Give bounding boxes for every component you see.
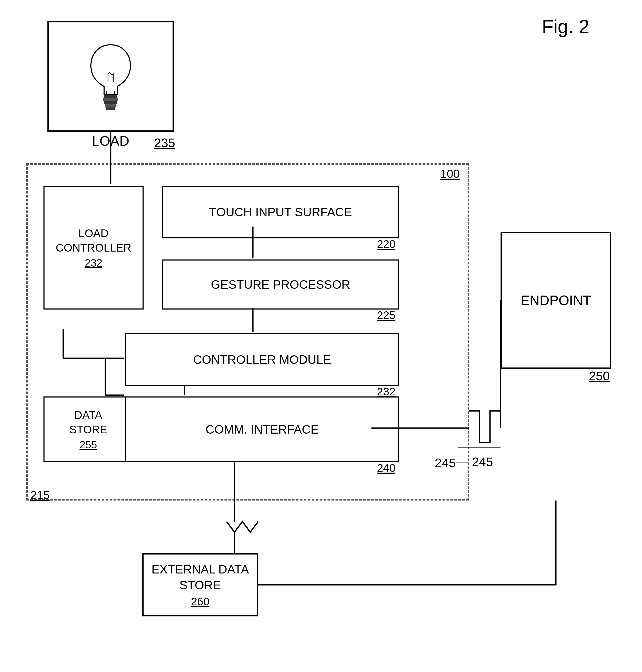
comm-interface-number: 240 bbox=[377, 462, 395, 475]
main-box-label: 215 bbox=[30, 489, 50, 502]
controller-module-number: 232 bbox=[377, 385, 395, 398]
svg-rect-2 bbox=[104, 95, 117, 98]
endpoint-label: ENDPOINT bbox=[521, 293, 591, 308]
gesture-processor-label: GESTURE PROCESSOR bbox=[211, 277, 350, 292]
connection-245-label: 245 bbox=[435, 456, 456, 470]
main-system-box: 100 215 LOADCONTROLLER 232 TOUCH INPUT S… bbox=[26, 163, 469, 501]
gesture-processor-box: GESTURE PROCESSOR 225 bbox=[162, 259, 399, 310]
svg-rect-6 bbox=[106, 107, 115, 110]
gesture-processor-number: 225 bbox=[377, 309, 395, 322]
svg-rect-3 bbox=[103, 98, 118, 101]
figure-label: Fig. 2 bbox=[542, 16, 589, 37]
load-controller-box: LOADCONTROLLER 232 bbox=[43, 186, 144, 310]
touch-input-label: TOUCH INPUT SURFACE bbox=[209, 205, 352, 219]
controller-module-label: CONTROLLER MODULE bbox=[193, 352, 331, 367]
endpoint-number: 250 bbox=[589, 369, 610, 383]
lightbulb-icon bbox=[84, 39, 137, 113]
comm-interface-box: COMM. INTERFACE 240 bbox=[125, 397, 399, 462]
svg-rect-4 bbox=[104, 101, 117, 104]
external-data-store-label: EXTERNAL DATASTORE bbox=[152, 561, 249, 593]
load-box: LOAD 235 bbox=[48, 21, 174, 132]
external-data-store-box: EXTERNAL DATASTORE 260 bbox=[142, 553, 258, 617]
data-store-number: 255 bbox=[79, 439, 97, 451]
svg-rect-5 bbox=[105, 104, 116, 107]
endpoint-box: ENDPOINT 250 bbox=[501, 232, 611, 369]
main-box-top-label: 100 bbox=[440, 167, 460, 180]
touch-input-surface-box: TOUCH INPUT SURFACE 220 bbox=[162, 186, 399, 238]
touch-input-number: 220 bbox=[377, 238, 395, 250]
comm-interface-label: COMM. INTERFACE bbox=[205, 422, 319, 437]
external-data-store-number: 260 bbox=[191, 595, 209, 608]
load-controller-number: 232 bbox=[85, 257, 102, 269]
controller-module-box: CONTROLLER MODULE 232 bbox=[125, 333, 399, 386]
load-number: 235 bbox=[154, 135, 175, 150]
data-store-label: DATASTORE bbox=[69, 408, 107, 437]
load-controller-label: LOADCONTROLLER bbox=[55, 226, 131, 255]
data-store-box: DATASTORE 255 bbox=[43, 397, 133, 462]
diagram-container: Fig. 2 LOAD 235 100 215 LOADCONTROLLER bbox=[0, 0, 642, 672]
